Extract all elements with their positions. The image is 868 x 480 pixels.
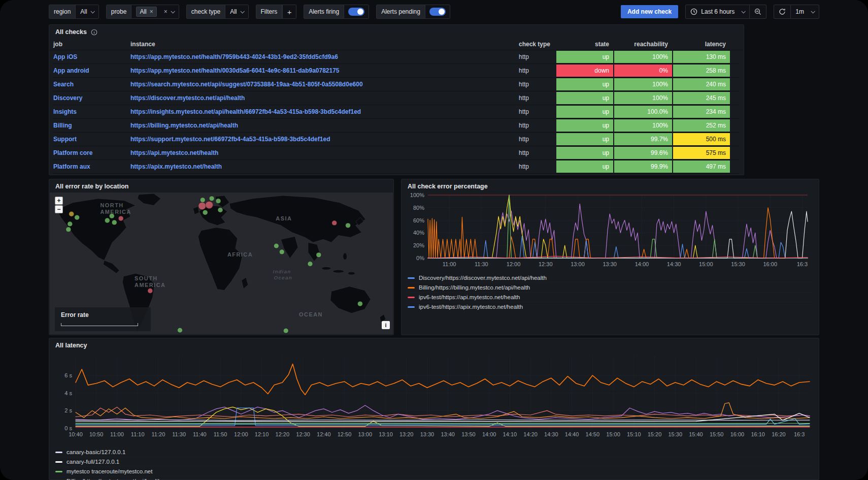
map-point-crit[interactable] xyxy=(118,216,123,221)
x-axis-tick-label: 12:20 xyxy=(276,431,290,437)
map-region-label: OCEAN xyxy=(299,311,323,317)
map-point-ok[interactable] xyxy=(109,213,114,218)
instance-link[interactable]: https://support.mytestco.net/66972fb4-4a… xyxy=(130,136,518,143)
chip-close-icon[interactable]: × xyxy=(150,9,153,15)
x-axis-tick-label: 12:00 xyxy=(507,261,521,267)
region-value: All xyxy=(80,8,87,15)
filters-control: Filters + xyxy=(256,5,297,19)
instance-link[interactable]: https://api.mytestco.net/health xyxy=(130,149,518,156)
col-job[interactable]: job xyxy=(53,41,129,48)
info-icon[interactable] xyxy=(91,29,97,36)
legend-item[interactable]: canary-basic/127.0.0.1 xyxy=(55,447,813,457)
y-axis-tick-label: 0 s xyxy=(64,425,72,431)
refresh-button[interactable] xyxy=(774,5,790,18)
reachability-badge: 100% xyxy=(614,51,672,63)
map-point-crit[interactable] xyxy=(206,201,213,209)
map-point-crit[interactable] xyxy=(332,220,337,226)
col-instance[interactable]: instance xyxy=(130,41,518,48)
legend-item[interactable]: Billing/https://billing.mytestco.net/api… xyxy=(408,282,813,292)
instance-link[interactable]: https://discover.mytestco.net/api/health xyxy=(130,94,518,102)
map-point-ok[interactable] xyxy=(68,221,73,227)
reachability-badge: 100% xyxy=(614,92,672,104)
map-point-ok[interactable] xyxy=(178,328,183,333)
map-attribution-button[interactable]: i xyxy=(382,321,390,329)
map-point-crit[interactable] xyxy=(148,289,153,294)
instance-link[interactable]: https://apix.mytestco.net/health xyxy=(130,163,518,170)
instance-link[interactable]: https://app.mytestco.net/health/0030d5a6… xyxy=(130,67,518,74)
map-point-ok[interactable] xyxy=(216,199,221,204)
check-type-cell: http xyxy=(519,81,555,88)
legend-label: canary-full/127.0.0.1 xyxy=(66,459,119,465)
probe-filter: probe All× × xyxy=(106,5,179,19)
map-zoom-out-button[interactable]: − xyxy=(55,205,63,213)
map-point-ok[interactable] xyxy=(283,328,288,333)
refresh-interval-select[interactable]: 1m xyxy=(790,5,819,18)
map-point-ok[interactable] xyxy=(308,262,313,267)
map-point-ok[interactable] xyxy=(203,210,208,215)
zoom-out-button[interactable] xyxy=(749,5,766,18)
map-point-ok[interactable] xyxy=(209,196,214,201)
chevron-down-icon xyxy=(240,9,244,13)
latency-badge: 575 ms xyxy=(673,147,730,159)
world-map[interactable]: NORTHAMERICASOUTHAMERICAASIAAFRICAIndian… xyxy=(50,193,393,334)
map-point-ok[interactable] xyxy=(218,207,223,212)
job-link[interactable]: Discovery xyxy=(53,94,129,102)
alerts-pending-toggle[interactable] xyxy=(429,8,446,16)
map-point-crit[interactable] xyxy=(198,202,206,210)
map-point-ok[interactable] xyxy=(200,198,205,203)
check-type-select[interactable]: All xyxy=(225,5,248,18)
job-link[interactable]: Platform aux xyxy=(53,163,129,170)
map-point-ok[interactable] xyxy=(105,218,110,223)
instance-link[interactable]: https://billing.mytestco.net/api/health xyxy=(130,122,518,129)
instance-link[interactable]: https://insights.mytestco.net/api/health… xyxy=(130,108,518,115)
probe-select[interactable]: All× × xyxy=(131,5,178,18)
checks-table-body: App iOShttps://app.mytestco.net/health/7… xyxy=(49,50,744,174)
instance-link[interactable]: https://app.mytestco.net/health/7959b443… xyxy=(130,53,518,60)
job-link[interactable]: Platform core xyxy=(53,149,129,156)
map-point-ok[interactable] xyxy=(279,249,284,254)
job-link[interactable]: App iOS xyxy=(53,53,129,60)
map-zoom-in-button[interactable]: + xyxy=(55,197,63,205)
job-link[interactable]: App android xyxy=(53,67,129,74)
map-point-ok[interactable] xyxy=(75,215,80,220)
alerts-firing-toggle[interactable] xyxy=(348,8,364,16)
probe-chip[interactable]: All× xyxy=(136,7,156,17)
map-region-label: Indian xyxy=(273,269,291,274)
map-point-ok[interactable] xyxy=(357,301,362,306)
state-badge: up xyxy=(556,147,613,159)
legend-item[interactable]: mytestco traceroute/mytestco.net xyxy=(55,466,813,476)
time-range-button[interactable]: Last 6 hours xyxy=(686,5,749,18)
map-point-warn[interactable] xyxy=(69,211,74,216)
reachability-badge: 99.7% xyxy=(614,133,672,145)
region-select[interactable]: All xyxy=(76,5,98,18)
latency-badge: 252 ms xyxy=(673,119,730,132)
check-type-value: All xyxy=(230,8,237,15)
map-point-ok[interactable] xyxy=(274,243,279,248)
clear-all-icon[interactable]: × xyxy=(164,9,168,15)
instance-link[interactable]: https://search.mytestco.net/api/suggest/… xyxy=(130,81,518,88)
reachability-badge: 100.0% xyxy=(614,106,672,118)
job-link[interactable]: Search xyxy=(53,81,129,88)
legend-item[interactable]: Discovery/https://discover.mytestco.net/… xyxy=(408,273,813,282)
map-point-ok[interactable] xyxy=(66,227,71,232)
map-point-ok[interactable] xyxy=(346,223,351,228)
col-latency[interactable]: latency xyxy=(673,41,730,48)
legend-item[interactable]: canary-full/127.0.0.1 xyxy=(55,457,813,466)
job-link[interactable]: Insights xyxy=(53,108,129,115)
map-point-ok[interactable] xyxy=(112,220,117,225)
col-state[interactable]: state xyxy=(556,41,613,48)
legend-item[interactable]: ipv6-test/https://api.mytestco.net/healt… xyxy=(408,292,813,302)
map-point-ok[interactable] xyxy=(316,252,321,258)
add-new-check-button[interactable]: Add new check xyxy=(621,5,678,18)
legend-item[interactable]: ipv6-test/https://apix.mytestco.net/heal… xyxy=(408,302,813,311)
job-link[interactable]: Billing xyxy=(53,122,129,129)
add-filter-button[interactable]: + xyxy=(282,5,296,18)
job-link[interactable]: Support xyxy=(53,136,129,143)
map-region-label: SOUTH xyxy=(135,275,158,281)
series-line-latency-orange-main xyxy=(76,364,810,395)
table-row: Supporthttps://support.mytestco.net/6697… xyxy=(53,133,740,146)
col-reachability[interactable]: reachability xyxy=(614,41,672,48)
col-check-type[interactable]: check type xyxy=(519,41,555,48)
x-axis-tick-label: 13:50 xyxy=(461,431,476,437)
legend-item[interactable]: Billing/https://mytestco.net/api/health xyxy=(55,476,813,480)
